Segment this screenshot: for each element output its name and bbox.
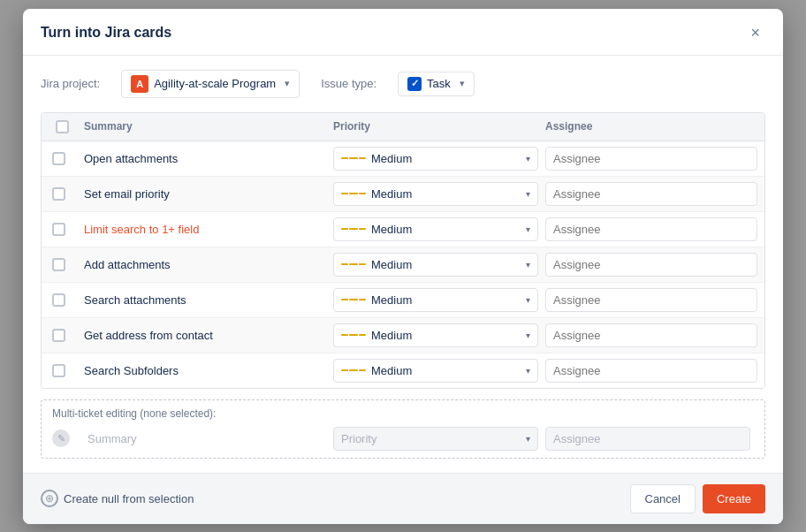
priority-icon (341, 299, 366, 300)
row-summary: Add attachments (80, 258, 330, 271)
table-row: Add attachments Medium ▾ (42, 247, 764, 283)
row-priority-value: Medium (371, 223, 412, 236)
issue-type-label: Issue type: (321, 77, 376, 90)
priority-chevron-icon: ▾ (526, 366, 530, 376)
th-assignee: Assignee (542, 120, 754, 133)
priority-chevron-icon: ▾ (526, 331, 530, 340)
row-assignee-input[interactable] (545, 147, 757, 171)
row-priority-select[interactable]: Medium ▾ (333, 217, 538, 241)
row-checkbox[interactable] (52, 187, 65, 201)
multi-edit-row: ✎ Summary Priority ▾ Assignee (52, 427, 754, 451)
multi-edit-section: Multi-ticket editing (none selected): ✎ … (41, 399, 765, 459)
row-assignee-input[interactable] (545, 323, 757, 347)
project-chevron-icon: ▾ (285, 78, 290, 89)
row-summary: Set email priority (80, 187, 330, 201)
row-checkbox-cell (52, 293, 80, 307)
priority-chevron-icon: ▾ (526, 154, 530, 163)
priority-chevron-icon: ▾ (526, 260, 530, 270)
row-assignee-input[interactable] (545, 359, 757, 383)
create-null-label: Create null from selection (64, 492, 194, 505)
modal-footer: ⊕ Create null from selection Cancel Crea… (23, 473, 783, 524)
project-icon: A (131, 75, 148, 93)
row-checkbox-cell (52, 329, 80, 342)
modal-title: Turn into Jira cards (41, 25, 171, 41)
multi-priority-select[interactable]: Priority ▾ (333, 427, 538, 451)
th-checkbox (52, 120, 80, 133)
row-priority-select[interactable]: Medium ▾ (333, 147, 538, 171)
priority-icon (341, 369, 366, 371)
row-priority-select[interactable]: Medium ▾ (333, 182, 538, 206)
project-select[interactable]: A Agility-at-scale Program ▾ (121, 70, 300, 98)
modal-container: Turn into Jira cards × Jira project: A A… (23, 9, 783, 524)
table-header: Summary Priority Assignee (42, 113, 764, 141)
cancel-button[interactable]: Cancel (630, 484, 696, 513)
row-priority-select[interactable]: Medium ▾ (333, 288, 538, 312)
create-button[interactable]: Create (703, 484, 765, 513)
task-icon (407, 77, 422, 91)
table-row: Get address from contact Medium ▾ (42, 318, 764, 353)
row-priority-value: Medium (371, 364, 412, 377)
th-summary: Summary (80, 120, 330, 133)
row-checkbox[interactable] (52, 364, 65, 377)
row-checkbox-cell (52, 364, 80, 377)
priority-icon (341, 228, 366, 230)
priority-icon (341, 193, 366, 194)
create-null-button[interactable]: ⊕ Create null from selection (41, 490, 194, 507)
priority-icon (341, 263, 366, 265)
priority-chevron-icon: ▾ (526, 189, 530, 199)
row-assignee-input[interactable] (545, 217, 757, 241)
priority-chevron-icon: ▾ (526, 224, 530, 234)
row-assignee-input[interactable] (545, 182, 757, 206)
table-row: Search attachments Medium ▾ (42, 283, 764, 318)
row-priority-value: Medium (371, 329, 412, 342)
footer-actions: Cancel Create (630, 484, 766, 513)
multi-edit-icon: ✎ (52, 429, 70, 447)
row-checkbox-cell (52, 187, 80, 201)
priority-icon (341, 334, 366, 336)
th-priority: Priority (330, 120, 542, 133)
issues-table: Summary Priority Assignee Open attachmen… (41, 112, 765, 389)
row-assignee-input[interactable] (545, 253, 757, 277)
select-all-checkbox[interactable] (56, 120, 69, 133)
project-row: Jira project: A Agility-at-scale Program… (41, 70, 765, 98)
row-priority-value: Medium (371, 152, 412, 165)
row-checkbox[interactable] (52, 293, 65, 307)
row-checkbox-cell (52, 258, 80, 271)
row-checkbox[interactable] (52, 329, 65, 342)
row-summary: Search attachments (80, 293, 330, 307)
row-summary: Open attachments (80, 152, 330, 165)
project-name: Agility-at-scale Program (154, 77, 276, 90)
row-checkbox[interactable] (52, 258, 65, 271)
row-assignee-input[interactable] (545, 288, 757, 312)
issue-type-select[interactable]: Task ▾ (398, 72, 475, 96)
row-checkbox[interactable] (52, 223, 65, 236)
row-priority-select[interactable]: Medium ▾ (333, 359, 538, 383)
close-button[interactable]: × (745, 23, 765, 42)
table-row: Open attachments Medium ▾ (42, 141, 764, 177)
row-summary: Search Subfolders (80, 364, 330, 377)
multi-summary-placeholder: Summary (80, 432, 330, 445)
table-row: Set email priority Medium ▾ (42, 177, 764, 212)
row-priority-value: Medium (371, 258, 412, 271)
project-label: Jira project: (41, 77, 100, 90)
multi-priority-chevron-icon: ▾ (526, 434, 530, 444)
row-priority-select[interactable]: Medium ▾ (333, 253, 538, 277)
modal-body: Jira project: A Agility-at-scale Program… (23, 56, 783, 473)
row-checkbox-cell (52, 223, 80, 236)
row-priority-value: Medium (371, 293, 412, 307)
table-rows: Open attachments Medium ▾ Set email prio… (42, 141, 764, 388)
row-checkbox[interactable] (52, 152, 65, 165)
null-icon: ⊕ (41, 490, 58, 507)
row-summary: Limit search to 1+ field (80, 223, 330, 236)
row-checkbox-cell (52, 152, 80, 165)
multi-edit-icon-cell: ✎ (52, 429, 80, 447)
priority-icon (341, 157, 366, 159)
multi-assignee-placeholder: Assignee (545, 427, 750, 451)
issue-type-value: Task (427, 77, 451, 90)
row-priority-value: Medium (371, 187, 412, 201)
table-row: Search Subfolders Medium ▾ (42, 353, 764, 388)
row-summary: Get address from contact (80, 329, 330, 342)
multi-edit-label: Multi-ticket editing (none selected): (52, 407, 754, 420)
row-priority-select[interactable]: Medium ▾ (333, 323, 538, 347)
issue-type-chevron-icon: ▾ (460, 78, 465, 89)
